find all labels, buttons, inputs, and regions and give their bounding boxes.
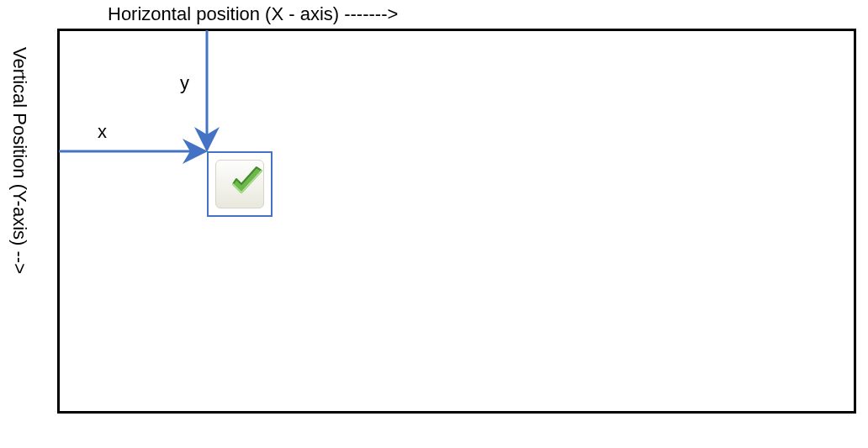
ok-button-box xyxy=(207,151,273,217)
diagram-stage: Horizontal position (X - axis) -------> … xyxy=(0,0,868,448)
check-icon xyxy=(228,164,265,201)
arrows-layer xyxy=(0,0,868,448)
ok-button[interactable] xyxy=(215,160,264,208)
x-coord-label: x xyxy=(98,121,107,143)
y-coord-label: y xyxy=(180,72,189,94)
